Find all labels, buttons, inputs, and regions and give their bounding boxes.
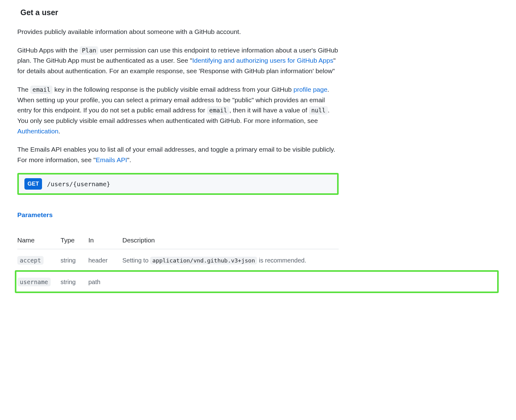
emails-api-link[interactable]: Emails API [96, 156, 127, 163]
param-description: Setting to application/vnd.github.v3+jso… [122, 249, 339, 271]
media-type-code: application/vnd.github.v3+json [150, 257, 257, 264]
text: is recommended. [257, 257, 306, 264]
plan-permission-paragraph: GitHub Apps with the Plan user permissio… [17, 45, 339, 76]
text: The Emails API enables you to list all o… [17, 146, 335, 163]
text: ". [127, 156, 131, 163]
http-method-badge: GET [24, 178, 42, 190]
text: . [58, 128, 60, 135]
api-doc-page: Get a user Provides publicly available i… [0, 0, 516, 305]
col-header-in: In [88, 232, 122, 249]
email-code-2: email [207, 106, 229, 115]
text: Setting to [122, 257, 150, 264]
identifying-authorizing-link[interactable]: Identifying and authorizing users for Gi… [192, 57, 333, 64]
col-header-type: Type [61, 232, 88, 249]
page-title: Get a user [20, 6, 499, 19]
col-header-name: Name [17, 232, 61, 249]
text: The [17, 86, 30, 93]
plan-code: Plan [80, 46, 99, 55]
text: , then it will have a value of [229, 107, 309, 114]
parameters-heading[interactable]: Parameters [17, 210, 499, 220]
parameters-table: Name Type In Description accept string h… [17, 232, 339, 293]
param-type: string [61, 271, 88, 292]
table-row: accept string header Setting to applicat… [17, 249, 339, 271]
text: key in the following response is the pub… [53, 86, 294, 93]
param-type: string [61, 249, 88, 271]
endpoint-path: /users/{username} [47, 179, 110, 189]
table-header-row: Name Type In Description [17, 232, 339, 249]
text: GitHub Apps with the [17, 47, 80, 54]
null-code: null [309, 106, 328, 115]
email-code: email [30, 86, 53, 94]
param-description [122, 271, 339, 292]
param-name: username [17, 278, 51, 286]
endpoint-highlight-box: GET /users/{username} [17, 173, 339, 195]
param-in: header [88, 249, 122, 271]
profile-page-link[interactable]: profile page [294, 86, 328, 93]
param-in: path [88, 271, 122, 292]
authentication-link[interactable]: Authentication [17, 128, 58, 135]
emails-api-paragraph: The Emails API enables you to list all o… [17, 144, 339, 165]
email-key-paragraph: The email key in the following response … [17, 84, 339, 136]
parameters-table-wrap: Name Type In Description accept string h… [17, 232, 499, 293]
endpoint-row: GET /users/{username} [19, 174, 337, 193]
param-name: accept [17, 256, 44, 265]
parameters-heading-link[interactable]: Parameters [17, 211, 53, 218]
col-header-description: Description [122, 232, 339, 249]
table-row: username string path [17, 271, 339, 292]
intro-paragraph: Provides publicly available information … [17, 27, 339, 37]
